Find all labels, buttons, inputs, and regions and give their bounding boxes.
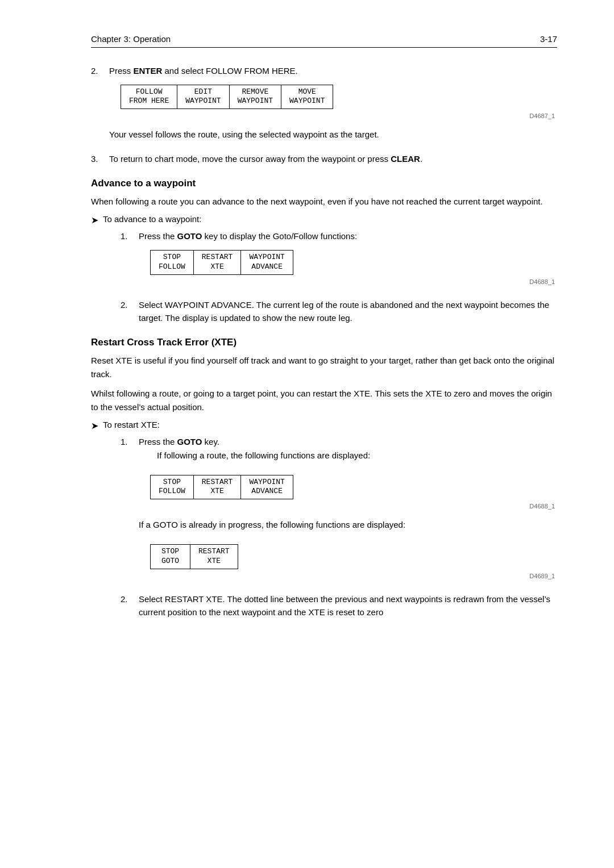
keyboard-display-3: STOPFOLLOW RESTARTXTE WAYPOINTADVANCE bbox=[150, 475, 293, 500]
keyboard-display-2: STOPFOLLOW RESTARTXTE WAYPOINTADVANCE bbox=[150, 250, 293, 275]
key-remove-waypoint: REMOVEWAYPOINT bbox=[230, 85, 281, 109]
xte-step-1-text: Press the GOTO key. bbox=[139, 436, 557, 449]
xte-goto-text: If a GOTO is already in progress, the fo… bbox=[139, 518, 557, 532]
key-stop-follow: STOPFOLLOW bbox=[151, 251, 194, 274]
step-3: 3. To return to chart mode, move the cur… bbox=[91, 153, 557, 166]
enter-bold: ENTER bbox=[134, 66, 163, 76]
step-2-content: Press ENTER and select FOLLOW FROM HERE.… bbox=[109, 65, 557, 147]
xte-step-1-content: Press the GOTO key. If following a route… bbox=[139, 436, 557, 587]
xte-step-2-text: Select RESTART XTE. The dotted line betw… bbox=[139, 593, 557, 619]
sub-step-2-content: Select WAYPOINT ADVANCE. The current leg… bbox=[139, 299, 557, 324]
sub-step-2-text: Select WAYPOINT ADVANCE. The current leg… bbox=[139, 299, 557, 324]
sub-step-2-number: 2. bbox=[121, 299, 133, 324]
xte-step-2-number: 2. bbox=[121, 593, 133, 619]
sub-step-1-text: Press the GOTO key to display the Goto/F… bbox=[139, 230, 557, 243]
arrow1-text: To advance to a waypoint: bbox=[103, 214, 201, 224]
sub-step-1-number: 1. bbox=[121, 230, 133, 293]
key-stop-goto: STOPGOTO bbox=[151, 545, 190, 569]
vessel-text: Your vessel follows the route, using the… bbox=[109, 128, 557, 141]
diagram-label-3: D4688_1 bbox=[150, 502, 557, 511]
keyboard-display-1: FOLLOWFROM HERE EDITWAYPOINT REMOVEWAYPO… bbox=[121, 85, 333, 110]
key-restart-xte-3: RESTARTXTE bbox=[194, 475, 242, 499]
arrow2-text: To restart XTE: bbox=[103, 420, 160, 429]
xte-step-1-number: 1. bbox=[121, 436, 133, 587]
arrow-icon-1: ➤ bbox=[91, 215, 98, 226]
goto-bold-2: GOTO bbox=[177, 437, 202, 446]
step-3-text: To return to chart mode, move the cursor… bbox=[109, 153, 557, 166]
xte-step-2-content: Select RESTART XTE. The dotted line betw… bbox=[139, 593, 557, 619]
section1-body: When following a route you can advance t… bbox=[91, 195, 557, 208]
key-waypoint-advance-2: WAYPOINTADVANCE bbox=[241, 475, 292, 499]
section-heading-1: Advance to a waypoint bbox=[91, 178, 557, 189]
sub-step-1: 1. Press the GOTO key to display the Got… bbox=[91, 230, 557, 293]
xte-step-1-sub: If following a route, the following func… bbox=[139, 449, 557, 462]
diagram-label-2: D4688_1 bbox=[150, 277, 557, 287]
clear-bold: CLEAR bbox=[391, 154, 420, 164]
step-2: 2. Press ENTER and select FOLLOW FROM HE… bbox=[91, 65, 557, 147]
arrow-bullet-1: ➤ To advance to a waypoint: bbox=[91, 214, 557, 226]
step-number: 2. bbox=[91, 65, 103, 147]
page-number: 3-17 bbox=[540, 34, 557, 44]
page-header: Chapter 3: Operation 3-17 bbox=[91, 34, 557, 48]
sub-step-1-content: Press the GOTO key to display the Goto/F… bbox=[139, 230, 557, 293]
key-restart-xte-2: RESTARTXTE bbox=[194, 251, 242, 274]
arrow-icon-2: ➤ bbox=[91, 420, 98, 431]
diagram-label-1: D4687_1 bbox=[121, 111, 557, 121]
section2-body1: Reset XTE is useful if you find yourself… bbox=[91, 354, 557, 381]
page: Chapter 3: Operation 3-17 2. Press ENTER… bbox=[0, 0, 614, 670]
section2-body2: Whilst following a route, or going to a … bbox=[91, 387, 557, 414]
step-3-content: To return to chart mode, move the cursor… bbox=[109, 153, 557, 166]
xte-step-2: 2. Select RESTART XTE. The dotted line b… bbox=[91, 593, 557, 619]
arrow-bullet-2: ➤ To restart XTE: bbox=[91, 420, 557, 431]
key-move-waypoint: MOVEWAYPOINT bbox=[281, 85, 333, 109]
xte-step-1: 1. Press the GOTO key. If following a ro… bbox=[91, 436, 557, 587]
step-3-number: 3. bbox=[91, 153, 103, 166]
key-edit-waypoint: EDITWAYPOINT bbox=[177, 85, 229, 109]
chapter-label: Chapter 3: Operation bbox=[91, 34, 171, 44]
key-waypoint-advance: WAYPOINTADVANCE bbox=[241, 251, 292, 274]
diagram-label-4: D4689_1 bbox=[150, 571, 557, 581]
goto-bold-1: GOTO bbox=[177, 231, 202, 241]
key-restart-xte-4: RESTARTXTE bbox=[190, 545, 238, 569]
step-2-text: Press ENTER and select FOLLOW FROM HERE. bbox=[109, 65, 557, 78]
section-heading-2: Restart Cross Track Error (XTE) bbox=[91, 337, 557, 348]
key-follow-from-here: FOLLOWFROM HERE bbox=[121, 85, 177, 109]
key-stop-follow-2: STOPFOLLOW bbox=[151, 475, 194, 499]
sub-step-2: 2. Select WAYPOINT ADVANCE. The current … bbox=[91, 299, 557, 324]
keyboard-display-4: STOPGOTO RESTARTXTE bbox=[150, 544, 238, 569]
